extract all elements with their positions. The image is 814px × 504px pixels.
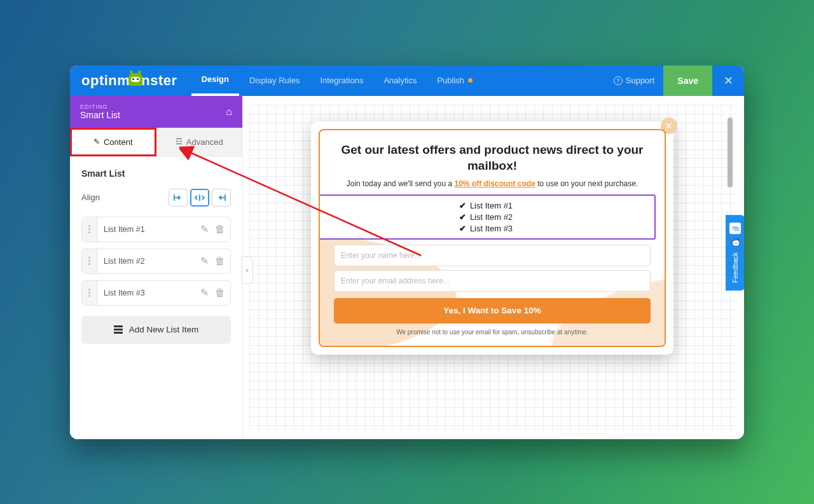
email-input[interactable]: Enter your email address here...: [334, 270, 651, 292]
smartlist-block[interactable]: ✔List Item #1 ✔List Item #2 ✔List Item #…: [319, 194, 656, 240]
pencil-icon: ✎: [200, 255, 209, 266]
drag-handle[interactable]: [82, 281, 97, 305]
list-item-row: List Item #1 ✎ 🗑: [81, 217, 231, 242]
nav-integrations[interactable]: Integrations: [310, 65, 373, 96]
popup-headline: Get our latest offers and product news d…: [334, 142, 651, 174]
panel-title: Smart List: [81, 168, 231, 179]
popup-preview: ✕ Get our latest offers and product news…: [311, 121, 673, 355]
close-icon: ✕: [724, 74, 733, 88]
breadcrumb-title: Smart List: [80, 110, 120, 120]
disclaimer-text: We promise not to use your email for spa…: [334, 329, 651, 336]
sidebar: EDITING Smart List ⌂ ✎ Content ☲ Advance…: [70, 96, 243, 439]
logo-text-prefix: optinm: [81, 72, 130, 89]
nav-analytics[interactable]: Analytics: [373, 65, 427, 96]
feedback-label: Feedback: [731, 252, 739, 283]
nav-design[interactable]: Design: [191, 65, 239, 96]
monster-icon: [128, 73, 142, 86]
drag-handle[interactable]: [82, 249, 97, 273]
delete-item-button[interactable]: 🗑: [215, 287, 225, 299]
discount-highlight: 10% off discount code: [454, 179, 535, 188]
pencil-icon: ✎: [200, 224, 209, 235]
nav-publish[interactable]: Publish: [427, 65, 483, 96]
name-input[interactable]: Enter your name here...: [334, 245, 651, 266]
align-right-icon: [217, 194, 226, 201]
align-label: Align: [81, 193, 100, 202]
list-item: ✔List Item #2: [459, 212, 513, 222]
home-button[interactable]: ⌂: [226, 106, 232, 118]
save-button[interactable]: Save: [663, 65, 712, 96]
align-right-button[interactable]: [212, 189, 231, 207]
logo-text-suffix: nster: [141, 72, 177, 89]
pencil-icon: ✎: [200, 287, 209, 298]
list-item: ✔List Item #3: [459, 224, 513, 233]
list-item-label: List Item #1: [97, 225, 195, 234]
sidebar-tabs: ✎ Content ☲ Advanced: [70, 128, 242, 157]
list-item-label: List Item #2: [97, 257, 195, 266]
edit-item-button[interactable]: ✎: [200, 223, 209, 235]
list-icon: [114, 325, 123, 334]
trash-icon: 🗑: [215, 255, 225, 266]
tab-advanced[interactable]: ☲ Advanced: [156, 128, 243, 156]
sliders-icon: ☲: [176, 137, 183, 146]
delete-item-button[interactable]: 🗑: [215, 255, 225, 267]
sidebar-collapse-button[interactable]: ‹: [242, 256, 253, 284]
list-items-container: List Item #1 ✎ 🗑 List Item #2 ✎ 🗑: [81, 217, 231, 306]
align-left-icon: [174, 194, 183, 201]
primary-nav: Design Display Rules Integrations Analyt…: [191, 65, 483, 96]
brand-logo: optinm nster: [70, 65, 191, 96]
breadcrumb: EDITING Smart List ⌂: [70, 96, 242, 128]
nav-publish-label: Publish: [437, 76, 464, 85]
align-center-icon: [195, 194, 205, 201]
close-icon: ✕: [665, 121, 673, 131]
trash-icon: 🗑: [215, 224, 225, 235]
add-list-item-button[interactable]: Add New List Item: [81, 316, 231, 344]
pencil-icon: ✎: [93, 137, 100, 146]
check-icon: ✔: [459, 224, 466, 233]
check-icon: ✔: [459, 212, 466, 222]
canvas-area: ✕ Get our latest offers and product news…: [243, 96, 744, 439]
list-item: ✔List Item #1: [459, 201, 513, 210]
align-left-button[interactable]: [169, 189, 188, 207]
nav-display-rules[interactable]: Display Rules: [239, 65, 310, 96]
align-row: Align: [81, 189, 231, 207]
chat-icon: 💬: [731, 239, 740, 247]
help-icon: ?: [614, 76, 623, 85]
tab-content[interactable]: ✎ Content: [70, 128, 156, 156]
chevron-left-icon: ‹: [246, 265, 249, 275]
canvas-scrollbar[interactable]: [728, 118, 733, 187]
edit-item-button[interactable]: ✎: [200, 287, 209, 299]
cart-icon: 🛍: [729, 222, 741, 234]
status-dot-icon: [468, 78, 473, 83]
support-link[interactable]: ? Support: [605, 65, 664, 96]
home-icon: ⌂: [226, 106, 232, 117]
check-icon: ✔: [459, 201, 466, 210]
feedback-tab[interactable]: Feedback 💬 🛍: [726, 215, 744, 290]
list-item-row: List Item #3 ✎ 🗑: [81, 280, 231, 306]
align-center-button[interactable]: [190, 189, 209, 207]
support-label: Support: [626, 76, 655, 85]
trash-icon: 🗑: [215, 287, 225, 298]
cta-button[interactable]: Yes, I Want to Save 10%: [334, 298, 651, 324]
tab-advanced-label: Advanced: [186, 137, 223, 147]
topbar: optinm nster Design Display Rules Integr…: [70, 65, 744, 96]
add-item-label: Add New List Item: [129, 325, 199, 334]
popup-subtext: Join today and we'll send you a 10% off …: [334, 179, 651, 188]
list-item-label: List Item #3: [97, 289, 195, 297]
drag-handle[interactable]: [82, 217, 97, 242]
close-button[interactable]: ✕: [712, 65, 744, 96]
delete-item-button[interactable]: 🗑: [215, 224, 225, 235]
edit-item-button[interactable]: ✎: [200, 255, 209, 267]
list-item-row: List Item #2 ✎ 🗑: [81, 249, 231, 274]
canvas[interactable]: ✕ Get our latest offers and product news…: [249, 105, 735, 430]
breadcrumb-section: EDITING: [80, 104, 120, 110]
app-window: optinm nster Design Display Rules Integr…: [70, 65, 744, 439]
tab-content-label: Content: [104, 137, 133, 147]
